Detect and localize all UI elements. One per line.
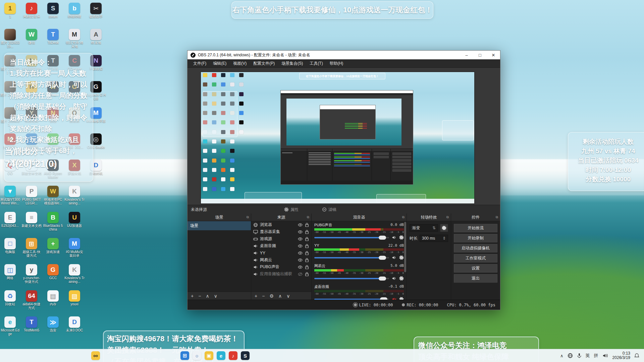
slider-handle[interactable]: [379, 256, 386, 260]
tray-chevron-icon[interactable]: ∧: [560, 353, 564, 358]
control-button[interactable]: 开始录制: [454, 234, 497, 242]
undock-icon[interactable]: ⧉: [247, 215, 249, 219]
eye-icon[interactable]: [298, 244, 303, 248]
taskbar-app-icon[interactable]: S: [241, 351, 250, 360]
menu-item[interactable]: 编辑(E): [210, 60, 229, 67]
lock-icon[interactable]: [305, 251, 309, 255]
lock-icon[interactable]: [305, 265, 309, 269]
slider-handle[interactable]: [379, 277, 386, 281]
dock-toolbar-button[interactable]: +: [191, 293, 194, 299]
dock-toolbar-button[interactable]: ∨: [286, 293, 290, 299]
desktop-icon[interactable]: PPUBG BATTLEGR...: [21, 186, 42, 205]
menu-item[interactable]: 场景集合(S): [278, 60, 306, 67]
desktop-icon[interactable]: ♪网易云音乐: [21, 3, 42, 18]
duration-input[interactable]: 300 ms⇕: [420, 235, 448, 242]
desktop-icon[interactable]: EEZ63|043...: [0, 212, 20, 228]
speaker-icon[interactable]: [392, 235, 396, 240]
source-row[interactable]: PUBG声音: [251, 263, 311, 270]
desktop-icon[interactable]: Ssteam: [43, 3, 63, 18]
desktop-icon[interactable]: TTestMem5: [21, 316, 42, 332]
eye-icon[interactable]: [298, 251, 303, 255]
network-icon[interactable]: [568, 353, 573, 358]
control-button[interactable]: 退出: [454, 274, 497, 283]
taskbar-tt-icon[interactable]: oo: [91, 351, 100, 360]
taskbar-app-icon[interactable]: ♪: [229, 351, 237, 360]
desktop-icon[interactable]: ◫网络: [0, 264, 20, 280]
slider-handle[interactable]: [379, 236, 386, 240]
properties-button[interactable]: 属性: [284, 207, 299, 213]
source-row[interactable]: 桌面音频: [251, 242, 311, 249]
desktop-icon[interactable]: W微信: [21, 29, 42, 45]
undock-icon[interactable]: ⧉: [446, 215, 449, 219]
source-row[interactable]: 网易云: [251, 256, 311, 263]
desktop-icon[interactable]: W绝地求生PC模拟器We...: [43, 186, 63, 205]
undock-icon[interactable]: ⧉: [307, 215, 309, 219]
source-row[interactable]: 游戏源: [251, 235, 311, 242]
desktop-icon[interactable]: KKovaleov's Training...: [64, 264, 85, 284]
close-button[interactable]: ✕: [487, 51, 500, 59]
minimize-button[interactable]: –: [460, 51, 473, 59]
microphone-icon[interactable]: [577, 353, 582, 358]
menu-item[interactable]: 文件(F): [190, 60, 209, 67]
spinner-icon[interactable]: ⇕: [442, 236, 446, 241]
menu-item[interactable]: 帮助(H): [327, 60, 346, 67]
speaker-icon[interactable]: [392, 276, 396, 281]
desktop-icon[interactable]: □电脑版: [0, 238, 20, 254]
desktop-icon[interactable]: ≡新建文本文档: [21, 212, 42, 228]
control-button[interactable]: 设置: [454, 264, 497, 273]
taskbar-app-icon[interactable]: ⊞: [180, 351, 189, 360]
desktop-icon[interactable]: ≫迅雷: [43, 316, 63, 332]
gear-icon[interactable]: [399, 235, 404, 240]
volume-slider[interactable]: [314, 278, 389, 279]
desktop-icon[interactable]: yy-cruncher-快捷方式: [21, 264, 42, 284]
scene-item[interactable]: 场景: [187, 221, 251, 230]
desktop-icon[interactable]: ▤内存: [43, 290, 63, 306]
desktop-icon[interactable]: D未来0 DOC: [64, 316, 85, 332]
lock-icon[interactable]: [305, 237, 309, 241]
undock-icon[interactable]: ⧉: [496, 215, 498, 219]
lock-icon[interactable]: [305, 258, 309, 262]
taskbar-app-icon[interactable]: ▣: [205, 351, 213, 360]
source-row[interactable]: YY: [251, 249, 311, 256]
lock-icon[interactable]: [305, 244, 309, 248]
gear-icon[interactable]: [399, 255, 404, 260]
desktop-icon[interactable]: GGCC: [43, 264, 63, 280]
desktop-icon[interactable]: M#0 MuMu安装目录: [64, 238, 85, 257]
taskbar-clock[interactable]: 0:132026/3/19: [612, 351, 630, 360]
source-row[interactable]: 显示器采集: [251, 228, 311, 235]
desktop-icon[interactable]: UUU加速器: [64, 212, 85, 228]
dock-toolbar-button[interactable]: ∨: [214, 293, 217, 299]
volume-slider[interactable]: [314, 257, 389, 258]
desktop-icon[interactable]: 64aida64-快捷方式: [21, 290, 42, 310]
volume-slider[interactable]: [314, 237, 389, 238]
eye-icon[interactable]: [298, 258, 303, 262]
eye-icon[interactable]: [298, 223, 303, 227]
eye-icon[interactable]: [298, 230, 303, 234]
control-button[interactable]: 启动虚拟摄像机: [454, 244, 497, 252]
desktop-icon[interactable]: 图片 20260319...: [0, 29, 20, 48]
mixer-scrollbar[interactable]: [404, 222, 406, 272]
source-row[interactable]: 浏览器: [251, 221, 311, 228]
desktop-icon[interactable]: +游戏加速: [43, 238, 63, 254]
eye-icon[interactable]: [298, 237, 303, 241]
dock-toolbar-button[interactable]: −: [262, 293, 265, 299]
filters-button[interactable]: 滤镜: [322, 207, 336, 213]
dock-toolbar-button[interactable]: ⚙: [269, 293, 274, 299]
menu-item[interactable]: 工具(T): [307, 60, 326, 67]
lock-icon[interactable]: [305, 272, 309, 277]
desktop-icon[interactable]: b哔哩哔哩: [64, 3, 85, 18]
desktop-icon[interactable]: ▨youxi: [64, 290, 85, 306]
gear-icon[interactable]: [399, 276, 404, 281]
taskbar-app-icon[interactable]: ○: [193, 351, 201, 360]
undock-icon[interactable]: ⧉: [402, 215, 405, 219]
lock-icon[interactable]: [305, 223, 309, 227]
desktop-icon[interactable]: ▼测试版VT300 Wired Win...: [0, 186, 20, 205]
transition-select[interactable]: 渐变⇅: [410, 224, 438, 232]
lock-icon[interactable]: [305, 230, 309, 234]
obs-titlebar[interactable]: OBS 27.0.1 (64-bit, windows) - 配置文件: 未命名…: [187, 51, 500, 59]
desktop-icon[interactable]: 11: [0, 3, 20, 18]
dock-toolbar-button[interactable]: ∧: [278, 293, 282, 299]
desktop-icon[interactable]: ✂截图助手: [86, 3, 106, 18]
source-row[interactable]: 应用音频输出捕获: [251, 270, 311, 278]
desktop-icon[interactable]: BBlueStacks 5 china: [43, 212, 63, 231]
